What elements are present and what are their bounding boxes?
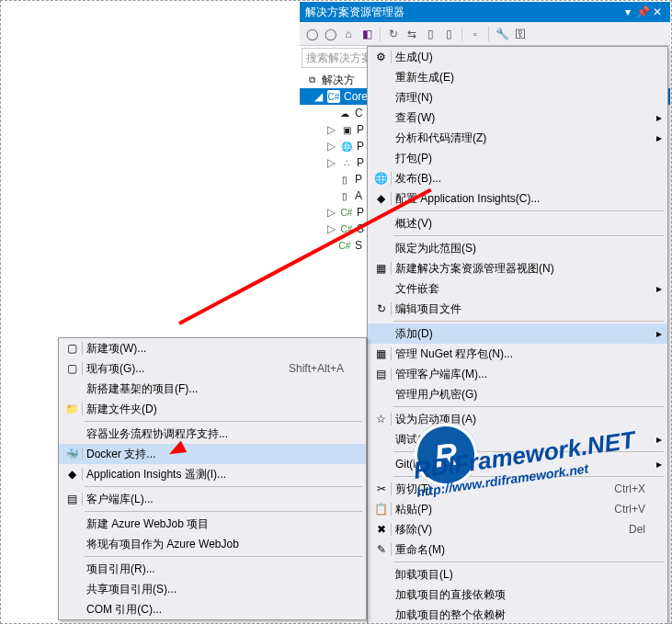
menu-item[interactable]: 管理用户机密(G) bbox=[368, 384, 667, 404]
menu-item[interactable]: 新建 Azure WebJob 项目 bbox=[59, 514, 366, 534]
menu-item[interactable]: 📋粘贴(P)Ctrl+V bbox=[368, 499, 667, 519]
menu-label: 生成(U) bbox=[392, 50, 645, 65]
menu-item[interactable]: 项目引用(R)... bbox=[59, 559, 366, 579]
menu-item[interactable]: ⚙生成(U) bbox=[368, 47, 667, 67]
menu-item[interactable]: 加载项目的整个依赖树 bbox=[368, 605, 667, 624]
menu-item[interactable]: ☆设为启动项目(A) bbox=[368, 409, 667, 429]
menu-item[interactable]: ◆配置 Application Insights(C)... bbox=[368, 188, 667, 209]
expand-icon[interactable]: ▷ bbox=[327, 222, 336, 235]
back-icon[interactable]: ◯ bbox=[303, 26, 320, 42]
menu-item[interactable]: ✎重命名(M) bbox=[368, 539, 667, 560]
cs-icon: C# bbox=[338, 239, 351, 252]
wrench-icon[interactable]: 🔧 bbox=[494, 26, 510, 42]
menu-item[interactable]: 🐳Docker 支持... bbox=[59, 444, 366, 464]
home-icon[interactable]: ⌂ bbox=[340, 26, 357, 42]
pin-icon[interactable]: 📌 bbox=[635, 6, 650, 18]
menu-item[interactable]: 将现有项目作为 Azure WebJob bbox=[59, 534, 366, 554]
menu-separator bbox=[85, 421, 362, 422]
menu-label: 管理客户端库(M)... bbox=[392, 367, 645, 382]
menu-separator bbox=[393, 210, 664, 211]
menu-item[interactable]: ▤客户端库(L)... bbox=[59, 489, 366, 509]
expand-icon[interactable]: ▷ bbox=[327, 206, 336, 219]
expand-icon[interactable]: ◢ bbox=[314, 90, 324, 103]
menu-item[interactable]: ▢现有项(G)...Shift+Alt+A bbox=[59, 358, 366, 379]
menu-item[interactable]: 重新生成(E) bbox=[368, 67, 667, 87]
menu-item[interactable]: 🌐发布(B)... bbox=[368, 168, 667, 188]
menu-label: 编辑项目文件 bbox=[392, 301, 645, 317]
menu-item[interactable]: 📁新建文件夹(D) bbox=[59, 399, 366, 419]
menu-item[interactable]: 文件嵌套▸ bbox=[368, 278, 667, 299]
menu-item[interactable]: ✖移除(V)Del bbox=[368, 519, 667, 539]
context-menu-add: ▢新建项(W)...▢现有项(G)...Shift+Alt+A新搭建基架的项目(… bbox=[58, 337, 367, 620]
menu-label: 剪切(T) bbox=[392, 482, 596, 497]
menu-item[interactable]: 分析和代码清理(Z)▸ bbox=[368, 128, 667, 148]
menu-item[interactable]: Git(I)▸ bbox=[368, 454, 667, 474]
cut-icon: ✂ bbox=[371, 482, 392, 495]
menu-label: 打包(P) bbox=[392, 151, 645, 166]
expand-icon[interactable]: ▷ bbox=[327, 156, 336, 169]
file-icon: ▯ bbox=[338, 173, 351, 186]
menu-item[interactable]: ▢新建项(W)... bbox=[59, 338, 366, 358]
expand-icon[interactable]: ▷ bbox=[327, 123, 336, 136]
menu-item[interactable]: ✂剪切(T)Ctrl+X bbox=[368, 479, 667, 499]
menu-label: COM 引用(C)... bbox=[83, 602, 344, 618]
preview-icon[interactable]: ▫ bbox=[467, 26, 484, 42]
paste-icon: 📋 bbox=[371, 503, 392, 516]
menu-item[interactable]: 查看(W)▸ bbox=[368, 108, 667, 128]
cs-icon: C# bbox=[340, 206, 353, 219]
menu-item[interactable]: ▦新建解决方案资源管理器视图(N) bbox=[368, 258, 667, 278]
menu-item[interactable]: 卸载项目(L) bbox=[368, 564, 667, 584]
refresh-icon[interactable]: ↻ bbox=[385, 26, 402, 42]
submenu-arrow-icon: ▸ bbox=[656, 433, 662, 446]
csharp-icon: C# bbox=[327, 90, 340, 103]
dropdown-icon[interactable]: ▾ bbox=[621, 6, 635, 18]
properties-icon[interactable]: ▯ bbox=[440, 26, 457, 42]
rename-icon: ✎ bbox=[371, 543, 392, 556]
key-icon[interactable]: ⚿ bbox=[512, 26, 529, 42]
menu-label: 移除(V) bbox=[392, 522, 610, 538]
menu-item[interactable]: 限定为此范围(S) bbox=[368, 238, 667, 258]
menu-item[interactable]: 清理(N) bbox=[368, 87, 667, 108]
expand-icon[interactable]: ▷ bbox=[327, 140, 336, 153]
newview-icon: ▦ bbox=[371, 262, 392, 275]
menu-label: 清理(N) bbox=[392, 90, 645, 106]
globe-icon: 🌐 bbox=[371, 172, 392, 185]
menu-item[interactable]: 添加(D)▸ bbox=[368, 323, 667, 344]
menu-item[interactable]: 概述(V) bbox=[368, 213, 667, 233]
menu-item[interactable]: 新搭建基架的项目(F)... bbox=[59, 379, 366, 399]
menu-item[interactable]: 打包(P) bbox=[368, 148, 667, 168]
del-icon: ✖ bbox=[371, 523, 392, 536]
menu-separator bbox=[393, 562, 664, 562]
menu-item[interactable]: 加载项目的直接依赖项 bbox=[368, 584, 667, 605]
close-icon[interactable]: ✕ bbox=[650, 6, 665, 18]
menu-item[interactable]: ◆Application Insights 遥测(I)... bbox=[59, 464, 366, 484]
submenu-arrow-icon: ▸ bbox=[656, 327, 662, 340]
menu-item[interactable]: 调试(G)▸ bbox=[368, 429, 667, 449]
menu-item[interactable]: ▤管理客户端库(M)... bbox=[368, 364, 667, 384]
menu-label: 新搭建基架的项目(F)... bbox=[83, 381, 344, 397]
menu-label: 客户端库(L)... bbox=[83, 492, 344, 507]
menu-label: 配置 Application Insights(C)... bbox=[392, 191, 645, 207]
panel-title: 解决方案资源管理器 bbox=[305, 5, 621, 20]
menu-label: 容器业务流程协调程序支持... bbox=[83, 426, 344, 442]
deps-icon: ∴ bbox=[340, 156, 353, 169]
search-placeholder: 搜索解决方案 bbox=[306, 51, 372, 66]
menu-item[interactable]: ▦管理 NuGet 程序包(N)... bbox=[368, 344, 667, 364]
menu-item[interactable]: COM 引用(C)... bbox=[59, 599, 366, 619]
menu-item[interactable]: 容器业务流程协调程序支持... bbox=[59, 424, 366, 444]
show-all-icon[interactable]: ▯ bbox=[422, 26, 439, 42]
submenu-arrow-icon: ▸ bbox=[656, 131, 662, 144]
menu-item[interactable]: 共享项目引用(S)... bbox=[59, 579, 366, 599]
menu-label: 添加(D) bbox=[392, 326, 645, 342]
menu-item[interactable]: ↻编辑项目文件 bbox=[368, 299, 667, 319]
menu-separator bbox=[85, 511, 362, 512]
switch-view-icon[interactable]: ◧ bbox=[359, 26, 375, 42]
menu-label: 新建 Azure WebJob 项目 bbox=[83, 516, 344, 532]
insights-icon: ◆ bbox=[371, 192, 392, 205]
shortcut-text: Shift+Alt+A bbox=[270, 362, 344, 375]
collapse-icon[interactable]: ⇆ bbox=[404, 26, 420, 42]
globe-icon: 🌐 bbox=[340, 140, 353, 153]
menu-label: 重新生成(E) bbox=[392, 70, 645, 85]
menu-label: 重命名(M) bbox=[392, 542, 645, 558]
forward-icon[interactable]: ◯ bbox=[322, 26, 338, 42]
